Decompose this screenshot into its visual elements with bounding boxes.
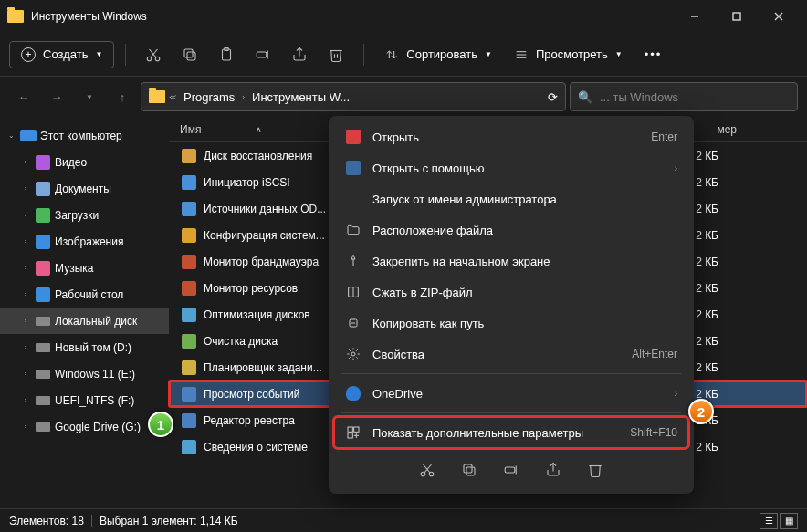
context-menu: Открыть Enter Открыть с помощью › Запуск… [329, 116, 694, 494]
chevron-down-icon: ▼ [95, 50, 102, 58]
forward-button[interactable]: → [42, 82, 71, 111]
app-icon [345, 129, 362, 145]
search-icon: 🔍 [578, 90, 592, 104]
cm-open[interactable]: Открыть Enter [334, 121, 688, 152]
chevron-down-icon: ▼ [615, 50, 623, 58]
minimize-button[interactable] [674, 0, 716, 33]
plus-icon: + [21, 47, 36, 62]
delete-button[interactable] [320, 38, 352, 71]
toolbar: + Создать ▼ Сортировать ▼ Просмотреть ▼ … [0, 33, 807, 77]
sidebar-item[interactable]: ›Загрузки [0, 202, 169, 228]
sidebar-item[interactable]: ›Локальный диск [0, 308, 169, 334]
svg-rect-29 [348, 433, 352, 438]
chevron-right-icon: › [675, 389, 677, 399]
svg-rect-8 [187, 52, 195, 60]
crumb[interactable]: Programs [180, 90, 238, 104]
recent-button[interactable]: ▼ [75, 82, 104, 111]
rename-button[interactable] [246, 38, 279, 71]
crumb[interactable]: Инструменты W... [248, 90, 353, 104]
sidebar-this-pc[interactable]: ⌄ Этот компьютер [0, 122, 169, 149]
svg-rect-9 [184, 49, 193, 57]
annotation-callout-1: 1 [148, 412, 173, 437]
svg-rect-1 [733, 13, 740, 20]
up-button[interactable]: ↑ [108, 82, 137, 111]
svg-line-6 [151, 49, 158, 57]
cm-copy-button[interactable] [455, 455, 484, 485]
zip-icon [345, 284, 362, 300]
svg-line-33 [424, 464, 431, 473]
svg-point-26 [351, 352, 355, 356]
window-title: Инструменты Windows [31, 10, 674, 23]
sidebar-item[interactable]: ›Google Drive (G:) [0, 413, 169, 440]
status-selected: Выбран 1 элемент: 1,14 КБ [100, 515, 238, 527]
folder-icon [149, 90, 165, 103]
cm-rename-button[interactable] [497, 455, 526, 485]
chevron-down-icon: ⌄ [5, 131, 16, 140]
search-input[interactable]: 🔍 ... ты Windows [570, 82, 798, 111]
navigation-bar: ← → ▼ ↑ ≪ Programs › Инструменты W... ⟳ … [0, 77, 807, 117]
view-label: Просмотреть [536, 47, 608, 61]
cm-open-with[interactable]: Открыть с помощью › [334, 152, 688, 183]
svg-rect-12 [257, 52, 267, 57]
cm-delete-button[interactable] [581, 455, 610, 485]
sort-indicator-icon: ∧ [256, 125, 262, 134]
folder-icon [7, 10, 24, 23]
sidebar-item[interactable]: ›Видео [0, 149, 169, 175]
more-options-icon [345, 424, 362, 441]
cut-button[interactable] [137, 38, 170, 71]
close-button[interactable] [758, 0, 800, 33]
title-bar: Инструменты Windows [0, 0, 807, 33]
cm-file-location[interactable]: Расположение файла [334, 214, 688, 245]
sort-label: Сортировать [406, 47, 477, 61]
status-bar: Элементов: 18 Выбран 1 элемент: 1,14 КБ … [0, 508, 807, 532]
maximize-button[interactable] [716, 0, 758, 33]
view-button[interactable]: Просмотреть ▼ [505, 42, 632, 68]
search-placeholder: ... ты Windows [600, 90, 678, 104]
cm-copy-path[interactable]: Копировать как путь [334, 308, 688, 339]
cm-cut-button[interactable] [413, 455, 442, 485]
cm-show-more[interactable]: Показать дополнительные параметры Shift+… [334, 417, 688, 448]
svg-rect-27 [348, 427, 352, 432]
back-button[interactable]: ← [9, 82, 38, 111]
svg-line-7 [150, 49, 157, 57]
folder-icon [345, 222, 362, 238]
cm-share-button[interactable] [539, 455, 568, 485]
new-button[interactable]: + Создать ▼ [9, 41, 114, 68]
sidebar-item[interactable]: ›Новый том (D:) [0, 334, 169, 360]
svg-rect-34 [466, 467, 475, 475]
cm-pin-start[interactable]: Закрепить на начальном экране [334, 245, 688, 276]
svg-line-32 [424, 464, 432, 473]
refresh-icon[interactable]: ⟳ [548, 90, 558, 104]
sidebar-item[interactable]: ›Документы [0, 175, 169, 202]
more-button[interactable]: ••• [635, 42, 672, 67]
status-count: Элементов: 18 [9, 515, 84, 527]
new-button-label: Создать [43, 47, 88, 61]
chevron-right-icon: › [675, 163, 677, 173]
cm-run-admin[interactable]: Запуск от имени администратора [334, 183, 688, 214]
cm-onedrive[interactable]: OneDrive › [334, 378, 688, 409]
view-icons-button[interactable]: ▦ [780, 513, 798, 529]
sidebar: ⌄ Этот компьютер ›Видео›Документы›Загруз… [0, 117, 169, 496]
view-details-button[interactable]: ☰ [760, 513, 778, 529]
svg-rect-28 [354, 427, 359, 432]
cm-compress[interactable]: Сжать в ZIP-файл [334, 276, 688, 308]
paste-button[interactable] [210, 38, 243, 71]
column-name[interactable]: Имя [180, 123, 201, 136]
share-button[interactable] [283, 38, 316, 71]
sidebar-item[interactable]: ›Изображения [0, 228, 169, 255]
chevron-down-icon: ▼ [485, 50, 492, 58]
copy-path-icon [345, 315, 362, 331]
cm-properties[interactable]: Свойства Alt+Enter [334, 339, 688, 370]
svg-rect-36 [505, 467, 515, 473]
sidebar-item[interactable]: ›UEFI_NTFS (F:) [0, 387, 169, 413]
copy-button[interactable] [173, 38, 206, 71]
sidebar-item[interactable]: ›Музыка [0, 255, 169, 281]
breadcrumb[interactable]: ≪ Programs › Инструменты W... ⟳ [141, 82, 566, 111]
annotation-callout-2: 2 [688, 399, 714, 424]
properties-icon [345, 346, 362, 362]
sidebar-item[interactable]: ›Рабочий стол [0, 281, 169, 308]
sidebar-item[interactable]: ›Windows 11 (E:) [0, 360, 169, 387]
open-with-icon [345, 160, 362, 176]
sort-button[interactable]: Сортировать ▼ [375, 42, 501, 68]
onedrive-icon [345, 385, 362, 402]
